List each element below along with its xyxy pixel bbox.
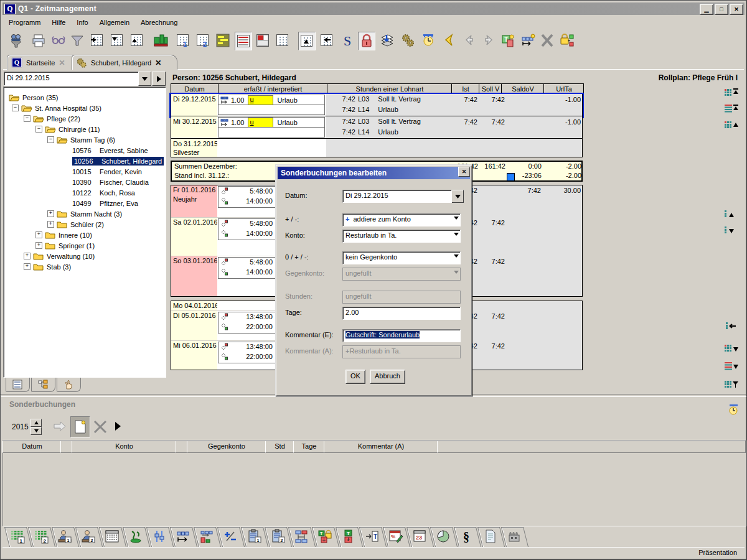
list-up-icon[interactable] (725, 209, 740, 220)
list-down-icon[interactable] (725, 225, 740, 236)
menu-allgemein[interactable]: Allgemein (94, 17, 135, 28)
list-red-down-icon[interactable] (725, 361, 740, 372)
grid-green-1-icon[interactable]: 1 (7, 529, 28, 544)
tab-person[interactable]: Schubert, Hildegard✕ (72, 55, 177, 70)
dialog-field-4[interactable]: ungefüllt (342, 268, 461, 281)
building-icon[interactable] (504, 529, 525, 544)
stack-down-icon[interactable] (379, 32, 395, 49)
date-input[interactable]: Di 29.12.2015 (4, 72, 142, 86)
dialog-field-6[interactable]: 2.00 (342, 307, 461, 320)
glasses-icon[interactable] (50, 32, 67, 49)
dialog-field-8[interactable]: +Resturlaub in Ta. (342, 345, 461, 358)
expand-minus-icon[interactable]: − (35, 126, 42, 133)
cup-icon[interactable] (125, 529, 146, 544)
expand-entries-icon[interactable] (115, 422, 121, 431)
expand-plus-icon[interactable]: + (24, 253, 31, 259)
dialog-field-7[interactable]: Gutschrift: Sonderurlaub (342, 329, 461, 342)
clipboard-1-icon[interactable]: 1 (243, 529, 265, 544)
expand-minus-icon[interactable]: − (12, 105, 19, 111)
grid-arrow-left-icon[interactable] (319, 32, 335, 49)
bookings-header-icon-3[interactable] (176, 441, 188, 453)
bookings-header-Kommentar (A)[interactable]: Kommentar (A) (324, 441, 438, 453)
dialog-field-0[interactable]: Di 29.12.2015 (342, 190, 452, 203)
expand-plus-icon[interactable]: + (35, 242, 42, 249)
bookings-header-Datum[interactable]: Datum (2, 441, 62, 453)
expand-plus-icon[interactable]: + (47, 210, 54, 217)
expand-plus-icon[interactable]: + (24, 263, 31, 270)
pie-clock-icon[interactable] (433, 529, 454, 544)
undo-yellow-icon[interactable] (441, 32, 457, 49)
year-spinner[interactable] (31, 419, 40, 432)
apply-arrow-icon[interactable] (53, 421, 67, 431)
grid-top-icon[interactable] (725, 87, 740, 98)
dialog-close-button[interactable]: ✕ (458, 167, 470, 177)
bookings-header-Konto[interactable]: Konto (72, 441, 177, 453)
dialog-field-1[interactable]: +addiere zum Konto (342, 213, 461, 226)
minimize-button[interactable]: ▁ (700, 4, 713, 15)
sliders-icon[interactable] (149, 529, 170, 544)
tree-person-10122[interactable]: 10122Koch, Rosa (72, 187, 135, 198)
grid-1-icon[interactable]: 1 (175, 32, 191, 49)
tree-node[interactable]: −Stamm Tag (6) (47, 134, 115, 145)
tree-node[interactable]: +Stamm Nacht (3) (47, 208, 122, 219)
grid-header-3[interactable]: Ist (451, 84, 479, 95)
expand-plus-icon[interactable]: + (47, 221, 54, 228)
grid-header-1[interactable]: erfaßt / interpretiert (218, 84, 327, 95)
grid-row-dec-2[interactable]: Do 31.12.2015Silvester (171, 139, 583, 157)
dialog-field-2[interactable]: Resturlaub in Ta. (342, 230, 461, 243)
bookings-header-Tage[interactable]: Tage (293, 441, 325, 453)
date-dropdown-button[interactable] (138, 72, 151, 86)
tree-node[interactable]: Person (35) (9, 92, 58, 103)
expand-minus-icon[interactable]: − (47, 136, 54, 143)
tree-node[interactable]: −St. Anna Hospital (35) (12, 103, 101, 113)
boxes-red-blue-icon[interactable] (291, 529, 312, 544)
redo-gray-icon[interactable] (481, 32, 497, 49)
list-left-icon[interactable] (725, 321, 740, 332)
ok-button[interactable]: OK (345, 370, 365, 384)
layout-red-icon[interactable] (255, 32, 271, 49)
expand-plus-icon[interactable]: + (35, 231, 42, 238)
tree-person-10499[interactable]: 10499Pfitzner, Eva (72, 198, 138, 208)
calendar-edit-icon[interactable]: % (385, 529, 406, 544)
dialog-field-3[interactable]: kein Gegenkonto (342, 251, 461, 264)
grid-plain-icon[interactable] (275, 32, 291, 49)
train-icon[interactable] (153, 32, 169, 49)
chart-boxes-icon[interactable] (196, 529, 217, 544)
plus-minus-icon[interactable] (220, 529, 241, 544)
menu-info[interactable]: Info (71, 17, 93, 28)
delete-x-icon[interactable] (539, 32, 555, 49)
arrow-t-icon[interactable]: T (362, 529, 383, 544)
dialog-date-dropdown[interactable] (451, 190, 464, 203)
grid-row-dec-0[interactable]: Di 29.12.20151.00uUrlaub7:42L03Soll lt. … (171, 94, 583, 116)
calendar-23-icon[interactable]: 23 (409, 529, 430, 544)
grid-arrow-up-icon[interactable] (129, 32, 145, 49)
grid-row-dec-1[interactable]: Mi 30.12.20151.00uUrlaub7:42L03Soll lt. … (171, 116, 583, 139)
tree-node[interactable]: +Verwaltung (10) (24, 251, 95, 261)
tree-node[interactable]: +Innere (10) (35, 230, 92, 240)
close-button[interactable]: ✕ (730, 4, 743, 15)
grid-header-6[interactable]: UrlTa (543, 84, 584, 95)
tree-person-10015[interactable]: 10015Fender, Kevin (72, 166, 142, 177)
person-1-icon[interactable]: 1 (54, 529, 75, 544)
tree-node[interactable]: +Springer (1) (35, 240, 95, 251)
grid-green-2-icon[interactable]: 2 (31, 529, 52, 544)
page-tab-table-view[interactable] (6, 378, 30, 392)
paragraph-icon[interactable]: § (456, 529, 477, 544)
interpretation-clock-icon[interactable] (727, 403, 741, 417)
date-go-button[interactable] (152, 72, 166, 86)
grid-arrow-up2-icon[interactable] (298, 32, 316, 50)
print-icon[interactable] (31, 32, 47, 49)
gears-icon[interactable] (400, 32, 416, 49)
boxes-plus-icon[interactable] (520, 32, 536, 49)
tree-person-10576[interactable]: 10576Everest, Sabine (72, 145, 148, 156)
undo-gray-icon[interactable] (461, 32, 477, 49)
tree-node[interactable]: −Pflege (22) (24, 113, 80, 124)
grid-down-icon[interactable] (725, 343, 740, 355)
expand-minus-icon[interactable]: − (24, 115, 31, 122)
list-top-icon[interactable] (725, 103, 740, 114)
bookings-header-Gegenkonto[interactable]: Gegenkonto (187, 441, 266, 453)
menu-abrechnung[interactable]: Abrechnung (135, 17, 183, 28)
lock-red-icon[interactable] (358, 32, 375, 50)
cancel-button[interactable]: Abbruch (370, 370, 405, 384)
page-tab-org-view[interactable] (31, 378, 55, 392)
